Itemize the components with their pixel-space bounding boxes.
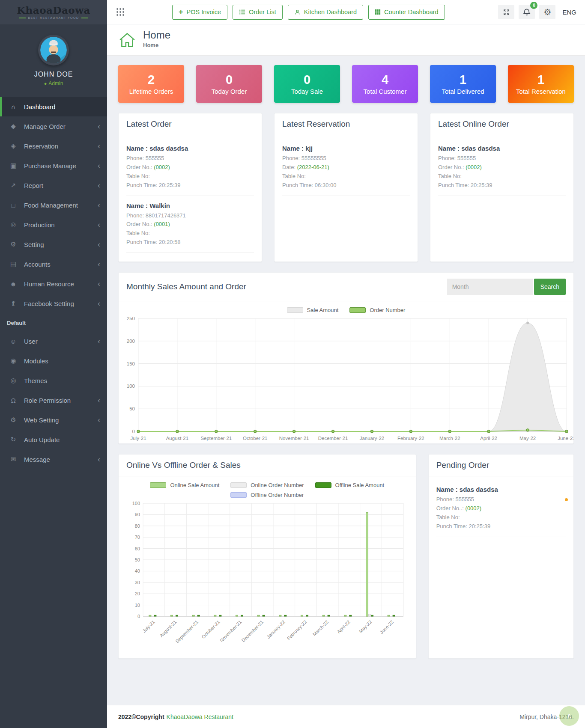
sidebar-item-label: Accounts: [24, 261, 51, 268]
order-detail-line: Phone: 555555: [436, 495, 566, 504]
sidebar-item-message[interactable]: ✉Message‹: [0, 449, 107, 469]
sidebar-item-purchase-manage[interactable]: ▣Purchase Manage‹: [0, 156, 107, 175]
detail-label: Table No:: [436, 514, 460, 520]
page-title: Home: [143, 30, 170, 41]
sidebar-item-label: Reservation: [24, 143, 58, 150]
month-input[interactable]: [447, 279, 533, 295]
svg-text:July-21: July-21: [130, 436, 146, 441]
header-btn-pos-invoice[interactable]: +POS Invoice: [172, 5, 227, 20]
svg-text:100: 100: [127, 384, 135, 389]
sidebar-item-manage-order[interactable]: ◆Manage Order‹: [0, 116, 107, 136]
svg-text:60: 60: [135, 546, 140, 551]
notification-badge: 0: [530, 2, 537, 9]
scroll-to-top-button[interactable]: ∧: [559, 706, 579, 726]
detail-label: Table No:: [282, 173, 306, 179]
sidebar-item-report[interactable]: ↗Report‹: [0, 175, 107, 195]
detail-label: Phone: 555555: [436, 496, 474, 502]
detail-label: Phone: 555555: [438, 155, 476, 161]
sidebar-item-accounts[interactable]: ▤Accounts‹: [0, 254, 107, 274]
order-detail-line: Punch Time: 20:25:39: [436, 522, 566, 531]
order-detail-line: Table No:: [126, 229, 254, 238]
stat-label: Total Reservation: [516, 88, 566, 95]
footer-brand-link[interactable]: KhaoaDaowa Restaurant: [167, 713, 233, 720]
plus-icon: +: [179, 8, 183, 17]
order-detail-line: Table No:: [438, 172, 566, 181]
legend-swatch: [349, 307, 366, 313]
sidebar-item-production[interactable]: ℗Production‹: [0, 215, 107, 235]
user-name: JOHN DOE: [0, 71, 107, 78]
sidebar-item-label: Modules: [24, 357, 48, 365]
header-btn-counter-dashboard[interactable]: Counter Dashboard: [368, 5, 445, 20]
stat-value: 1: [537, 73, 544, 86]
sidebar-item-web-setting[interactable]: ⚙Web Setting‹: [0, 410, 107, 430]
facebook-icon: f: [9, 300, 18, 307]
header-btn-order-list[interactable]: Order List: [233, 5, 283, 20]
pending-order-panel: Pending Order Name : sdas dasdsaPhone: 5…: [428, 454, 574, 659]
legend-swatch: [230, 492, 247, 498]
legend-label: Order Number: [370, 307, 405, 313]
stat-card-lifetime-orders[interactable]: 2Lifetime Orders: [118, 65, 184, 103]
sidebar-item-facebook-setting[interactable]: fFacebook Setting‹: [0, 294, 107, 313]
sidebar-item-dashboard[interactable]: ⌂Dashboard: [0, 97, 107, 116]
legend-item-online-order-number: Online Order Number: [230, 482, 304, 488]
search-button[interactable]: Search: [534, 279, 566, 295]
expand-icon: [502, 8, 510, 16]
svg-text:10: 10: [135, 603, 140, 608]
main-column: +POS InvoiceOrder ListKitchen DashboardC…: [107, 0, 585, 728]
app-root: KhaoaDaowa BEST RESTAURANT FOOD JOH: [0, 0, 585, 728]
cart-icon: ▣: [9, 162, 18, 169]
breadcrumb-path[interactable]: Home: [143, 42, 170, 48]
logo[interactable]: KhaoaDaowa BEST RESTAURANT FOOD: [0, 0, 107, 24]
order-detail-line: Order No.: (0002): [438, 163, 566, 172]
grid-icon: [375, 9, 381, 15]
legend-label: Sale Amount: [307, 307, 339, 313]
detail-label: Phone: 55555555: [282, 155, 326, 161]
sidebar-item-themes[interactable]: ◎Themes: [0, 371, 107, 390]
sidebar-menu: ⌂Dashboard◆Manage Order‹◈Reservation‹▣Pu…: [0, 97, 107, 469]
sidebar-item-auto-update[interactable]: ↻Auto Update: [0, 430, 107, 449]
svg-text:August-21: August-21: [166, 436, 188, 441]
stat-label: Total Customer: [364, 88, 407, 95]
svg-text:May-22: May-22: [519, 436, 536, 441]
stat-card-today-order[interactable]: 0Today Order: [196, 65, 262, 103]
detail-value: (0002): [466, 505, 482, 511]
apps-grid-icon[interactable]: [116, 7, 125, 17]
svg-text:October-21: October-21: [200, 619, 221, 639]
sidebar-item-reservation[interactable]: ◈Reservation‹: [0, 136, 107, 156]
detail-label: Phone: 555555: [126, 155, 164, 161]
sidebar-item-setting[interactable]: ⚙Setting‹: [0, 235, 107, 254]
sidebar-item-user[interactable]: ☺User‹: [0, 331, 107, 351]
header-btn-kitchen-dashboard[interactable]: Kitchen Dashboard: [288, 5, 363, 20]
pending-panel-title: Pending Order: [436, 461, 489, 470]
gear-icon: ⚙: [9, 416, 18, 424]
stat-card-total-delivered[interactable]: 1Total Delivered: [430, 65, 496, 103]
fullscreen-button[interactable]: [498, 5, 514, 19]
lock-icon: Ω: [9, 397, 18, 404]
stat-card-today-sale[interactable]: 0Today Sale: [274, 65, 340, 103]
sidebar-item-food-management[interactable]: □Food Management‹: [0, 195, 107, 215]
theme-icon: ◎: [9, 377, 18, 384]
settings-button[interactable]: ⚙: [539, 5, 555, 19]
sidebar-item-modules[interactable]: ◉Modules: [0, 351, 107, 371]
header-btn-label: Kitchen Dashboard: [304, 9, 357, 15]
profile-section: JOHN DOE ●Admin: [0, 24, 107, 93]
stat-card-total-customer[interactable]: 4Total Customer: [352, 65, 418, 103]
sidebar-item-human-resource[interactable]: ☻Human Resource‹: [0, 274, 107, 294]
stat-label: Today Sale: [291, 88, 323, 95]
detail-label: Punch Time: 20:25:39: [438, 182, 492, 188]
chef-avatar-image: [40, 37, 67, 63]
notifications-button[interactable]: 0: [519, 5, 535, 19]
latest-panels-row: Latest OrderName : sdas dasdsaPhone: 555…: [118, 113, 574, 262]
svg-text:March-22: March-22: [312, 619, 329, 637]
sidebar-item-role-permission[interactable]: ΩRole Permission‹: [0, 390, 107, 410]
order-detail-line: Phone: 8801717426371: [126, 211, 254, 220]
svg-text:August-21: August-21: [158, 619, 177, 638]
language-selector[interactable]: ENG: [562, 9, 576, 16]
order-entry: Name : sdas dasdsaPhone: 555555Order No.…: [126, 139, 254, 196]
stat-card-total-reservation[interactable]: 1Total Reservation: [508, 65, 574, 103]
panel-title: Latest Online Order: [430, 113, 573, 135]
chevron-left-icon: ‹: [98, 455, 100, 463]
detail-label: Date:: [282, 164, 297, 170]
stat-label: Total Delivered: [442, 88, 484, 95]
legend-label: Online Sale Amount: [170, 482, 219, 488]
